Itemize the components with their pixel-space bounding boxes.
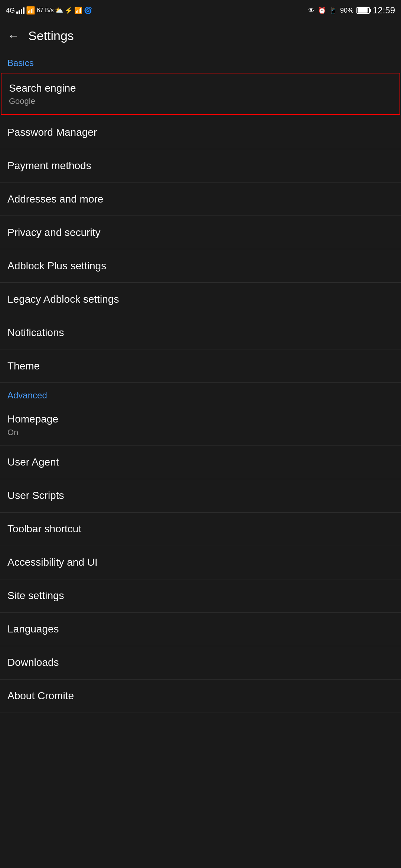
network-type-icon: 4G xyxy=(6,7,15,14)
password-manager-title: Password Manager xyxy=(7,126,394,139)
homepage-title: Homepage xyxy=(7,412,394,426)
settings-item-user-scripts[interactable]: User Scripts xyxy=(0,479,401,513)
settings-item-languages[interactable]: Languages xyxy=(0,613,401,646)
privacy-and-security-title: Privacy and security xyxy=(7,226,394,239)
settings-item-password-manager[interactable]: Password Manager xyxy=(0,116,401,149)
settings-item-search-engine[interactable]: Search engine Google xyxy=(1,73,400,115)
settings-item-theme[interactable]: Theme xyxy=(0,349,401,383)
page-title: Settings xyxy=(28,29,74,43)
section-header-basics: Basics xyxy=(0,50,401,72)
settings-item-legacy-adblock[interactable]: Legacy Adblock settings xyxy=(0,283,401,316)
theme-title: Theme xyxy=(7,359,394,373)
status-left: 4G 📶 67 B/s ⛅ ⚡ 📶 🌀 xyxy=(6,6,92,15)
settings-item-notifications[interactable]: Notifications xyxy=(0,316,401,349)
settings-item-addresses-and-more[interactable]: Addresses and more xyxy=(0,183,401,216)
languages-title: Languages xyxy=(7,622,394,636)
cloud-icon: ⛅ xyxy=(55,6,63,14)
accessibility-and-ui-title: Accessibility and UI xyxy=(7,556,394,569)
user-agent-title: User Agent xyxy=(7,456,394,469)
data-speed: 67 B/s xyxy=(37,7,53,14)
settings-item-privacy-and-security[interactable]: Privacy and security xyxy=(0,216,401,249)
settings-item-adblock-plus[interactable]: Adblock Plus settings xyxy=(0,249,401,283)
eye-icon: 👁 xyxy=(308,7,315,14)
lightning-icon: ⚡ xyxy=(65,6,73,14)
settings-content: Basics Search engine Google Password Man… xyxy=(0,50,401,713)
bluetooth-icon: 📱 xyxy=(329,6,337,14)
downloads-title: Downloads xyxy=(7,656,394,669)
top-bar: ← Settings xyxy=(0,21,401,50)
speed-icon: 📶 xyxy=(74,6,82,14)
settings-item-user-agent[interactable]: User Agent xyxy=(0,446,401,479)
wifi-icon: 📶 xyxy=(26,6,35,15)
battery-icon xyxy=(356,7,370,14)
circle-icon: 🌀 xyxy=(84,6,92,14)
settings-item-downloads[interactable]: Downloads xyxy=(0,646,401,680)
battery-percent: 90% xyxy=(340,7,353,14)
adblock-plus-title: Adblock Plus settings xyxy=(7,259,394,273)
homepage-subtitle: On xyxy=(7,428,394,437)
time-display: 12:59 xyxy=(373,5,395,16)
alarm-icon: ⏰ xyxy=(318,6,326,14)
section-header-advanced: Advanced xyxy=(0,383,401,404)
status-right: 👁 ⏰ 📱 90% 12:59 xyxy=(308,5,395,16)
search-engine-subtitle: Google xyxy=(9,96,392,106)
signal-bars-icon xyxy=(16,7,25,14)
legacy-adblock-title: Legacy Adblock settings xyxy=(7,293,394,306)
addresses-and-more-title: Addresses and more xyxy=(7,193,394,206)
settings-item-toolbar-shortcut[interactable]: Toolbar shortcut xyxy=(0,513,401,546)
user-scripts-title: User Scripts xyxy=(7,489,394,502)
settings-item-accessibility-and-ui[interactable]: Accessibility and UI xyxy=(0,546,401,579)
status-bar: 4G 📶 67 B/s ⛅ ⚡ 📶 🌀 👁 ⏰ 📱 90% 12:59 xyxy=(0,0,401,21)
settings-item-payment-methods[interactable]: Payment methods xyxy=(0,149,401,183)
payment-methods-title: Payment methods xyxy=(7,159,394,172)
settings-item-homepage[interactable]: Homepage On xyxy=(0,404,401,445)
search-engine-title: Search engine xyxy=(9,82,392,95)
toolbar-shortcut-title: Toolbar shortcut xyxy=(7,522,394,536)
site-settings-title: Site settings xyxy=(7,589,394,602)
settings-item-site-settings[interactable]: Site settings xyxy=(0,579,401,613)
notifications-title: Notifications xyxy=(7,326,394,339)
settings-item-about-cromite[interactable]: About Cromite xyxy=(0,680,401,713)
back-button[interactable]: ← xyxy=(7,29,19,43)
about-cromite-title: About Cromite xyxy=(7,689,394,703)
